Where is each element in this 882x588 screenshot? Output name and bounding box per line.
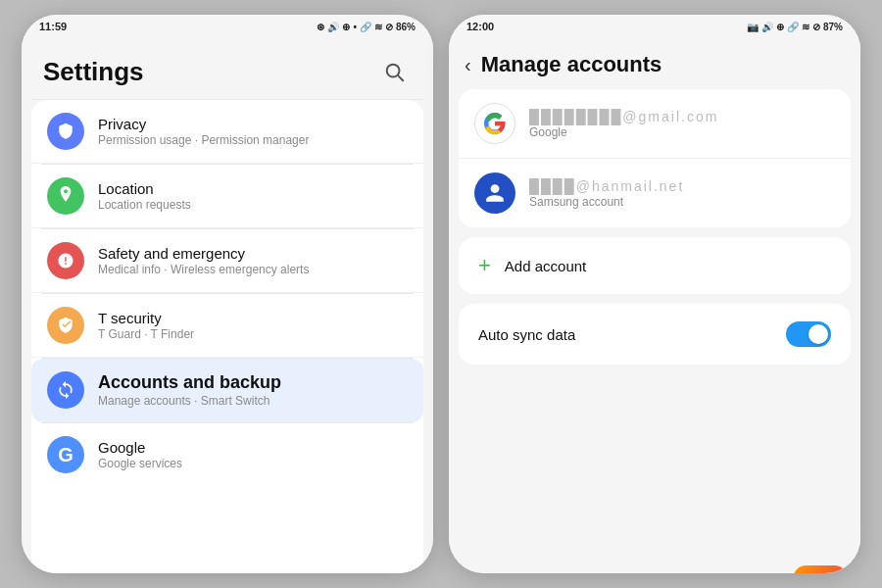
right-phone: 12:00 📷 🔊 ⊕ 🔗 ≋ ⊘ 87% ‹ Manage accounts bbox=[449, 15, 860, 573]
settings-item-accounts[interactable]: Accounts and backup Manage accounts · Sm… bbox=[31, 359, 423, 422]
settings-title: Settings bbox=[43, 57, 144, 87]
auto-sync-row: Auto sync data bbox=[459, 304, 851, 365]
tsecurity-text: T security T Guard · T Finder bbox=[98, 310, 408, 341]
samsung-type: Samsung account bbox=[529, 195, 835, 209]
settings-item-privacy[interactable]: Privacy Permission usage · Permission ma… bbox=[31, 100, 423, 164]
auto-sync-toggle[interactable] bbox=[786, 321, 831, 347]
accounts-text: Accounts and backup Manage accounts · Sm… bbox=[98, 372, 408, 408]
manage-header: ‹ Manage accounts bbox=[449, 36, 860, 89]
right-time: 12:00 bbox=[466, 21, 494, 32]
tool-icon bbox=[794, 565, 847, 573]
left-battery: 86% bbox=[396, 22, 416, 32]
privacy-icon bbox=[47, 113, 84, 150]
accounts-icon bbox=[47, 371, 84, 409]
samsung-account-item[interactable]: ████@hanmail.net Samsung account bbox=[459, 159, 851, 227]
settings-header: Settings bbox=[22, 36, 433, 99]
right-status-icons: 📷 🔊 ⊕ 🔗 ≋ ⊘ 87% bbox=[747, 22, 843, 32]
settings-item-tsecurity[interactable]: T security T Guard · T Finder bbox=[31, 294, 423, 358]
search-button[interactable] bbox=[376, 54, 412, 89]
google-title: Google bbox=[98, 439, 408, 456]
back-button[interactable]: ‹ bbox=[465, 54, 471, 76]
samsung-person-icon bbox=[484, 182, 506, 204]
location-text: Location Location requests bbox=[98, 180, 408, 212]
google-settings-icon: G bbox=[47, 436, 84, 473]
gmail-type: Google bbox=[529, 125, 835, 139]
settings-item-safety[interactable]: Safety and emergency Medical info · Wire… bbox=[31, 229, 423, 293]
svg-line-1 bbox=[398, 75, 403, 80]
safety-title: Safety and emergency bbox=[98, 245, 408, 262]
samsung-avatar bbox=[474, 172, 515, 214]
privacy-text: Privacy Permission usage · Permission ma… bbox=[98, 116, 408, 147]
left-status-bar: 11:59 ⊛ 🔊 ⊕ • 🔗 ≋ ⊘ 86% bbox=[22, 15, 433, 36]
safety-icon bbox=[47, 242, 84, 279]
settings-list: Privacy Permission usage · Permission ma… bbox=[31, 100, 423, 573]
settings-screen: Settings Privacy Permis bbox=[22, 36, 433, 573]
plus-icon: + bbox=[478, 253, 491, 278]
gmail-account-item[interactable]: ████████@gmail.com Google bbox=[459, 89, 851, 159]
left-time: 11:59 bbox=[39, 21, 67, 32]
location-icon bbox=[47, 177, 84, 215]
manage-title: Manage accounts bbox=[481, 52, 662, 77]
settings-item-location[interactable]: Location Location requests bbox=[31, 165, 423, 228]
settings-item-google[interactable]: G Google Google services bbox=[31, 423, 423, 486]
location-title: Location bbox=[98, 180, 408, 197]
samsung-info: ████@hanmail.net Samsung account bbox=[529, 178, 835, 209]
left-status-icons: ⊛ 🔊 ⊕ • 🔗 ≋ ⊘ 86% bbox=[317, 22, 416, 32]
app-container: 11:59 ⊛ 🔊 ⊕ • 🔗 ≋ ⊘ 86% Settings bbox=[0, 0, 882, 588]
accounts-subtitle: Manage accounts · Smart Switch bbox=[98, 394, 408, 408]
gmail-info: ████████@gmail.com Google bbox=[529, 109, 835, 139]
gmail-email: ████████@gmail.com bbox=[529, 109, 835, 124]
accounts-title: Accounts and backup bbox=[98, 372, 408, 393]
google-logo-icon bbox=[483, 112, 507, 135]
tsecurity-subtitle: T Guard · T Finder bbox=[98, 327, 408, 341]
tsecurity-icon bbox=[47, 307, 84, 344]
samsung-email: ████@hanmail.net bbox=[529, 178, 835, 194]
location-subtitle: Location requests bbox=[98, 198, 408, 212]
add-account-label: Add account bbox=[505, 258, 586, 274]
google-text: Google Google services bbox=[98, 439, 408, 470]
google-subtitle: Google services bbox=[98, 457, 408, 470]
privacy-subtitle: Permission usage · Permission manager bbox=[98, 133, 408, 147]
privacy-title: Privacy bbox=[98, 116, 408, 132]
safety-subtitle: Medical info · Wireless emergency alerts bbox=[98, 263, 408, 276]
right-status-bar: 12:00 📷 🔊 ⊕ 🔗 ≋ ⊘ 87% bbox=[449, 15, 860, 36]
gmail-avatar bbox=[474, 103, 515, 144]
add-account-button[interactable]: + Add account bbox=[459, 237, 851, 294]
right-battery: 87% bbox=[823, 22, 843, 32]
left-phone: 11:59 ⊛ 🔊 ⊕ • 🔗 ≋ ⊘ 86% Settings bbox=[22, 15, 433, 573]
safety-text: Safety and emergency Medical info · Wire… bbox=[98, 245, 408, 276]
auto-sync-label: Auto sync data bbox=[478, 326, 575, 343]
manage-accounts-screen: ‹ Manage accounts ████████@g bbox=[449, 36, 860, 573]
accounts-list: ████████@gmail.com Google ████@hanmail.n… bbox=[459, 89, 851, 227]
tsecurity-title: T security bbox=[98, 310, 408, 326]
search-icon bbox=[383, 61, 405, 82]
